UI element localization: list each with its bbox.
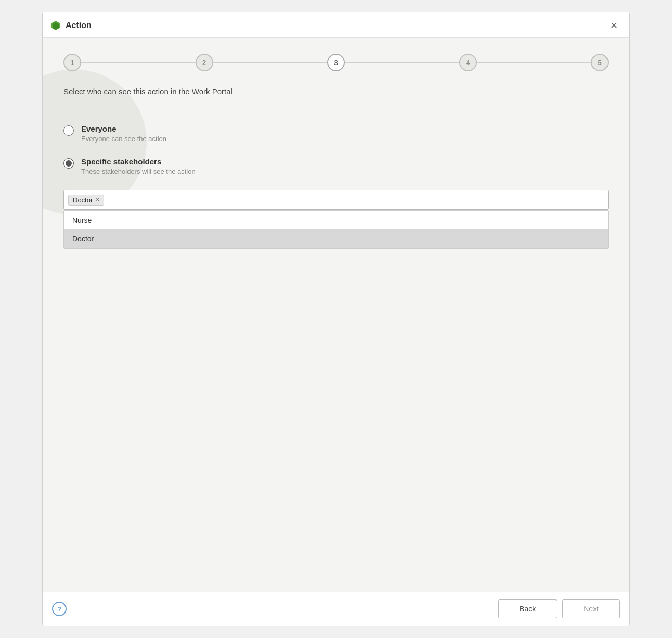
footer-right: Back Next	[498, 599, 620, 618]
step-2: 2	[196, 54, 213, 71]
title-left: Action	[50, 20, 92, 31]
next-button[interactable]: Next	[562, 599, 620, 618]
section-divider	[63, 101, 609, 101]
specific-radio[interactable]	[63, 158, 74, 169]
title-bar: Action ✕	[43, 12, 629, 38]
options-area: Everyone Everyone can see the action Spe…	[43, 109, 629, 249]
main-content: 1 2 3 4 5 Select who can see this action…	[43, 38, 629, 592]
section-title: Select who can see this action in the Wo…	[63, 87, 609, 96]
dialog: Action ✕ 1 2 3 4 5 Select who can see th…	[42, 12, 630, 626]
step-1: 1	[63, 54, 81, 71]
tag-label: Doctor	[73, 196, 93, 204]
everyone-option: Everyone Everyone can see the action	[63, 124, 609, 143]
footer-left: ?	[52, 602, 67, 616]
section-header: Select who can see this action in the Wo…	[43, 82, 629, 109]
steps-track: 1 2 3 4 5	[63, 54, 609, 71]
stakeholder-search-input[interactable]	[106, 196, 604, 204]
everyone-label-group: Everyone Everyone can see the action	[81, 124, 166, 143]
specific-title: Specific stakeholders	[81, 157, 196, 166]
dropdown-item-nurse[interactable]: Nurse	[64, 211, 608, 229]
app-icon	[50, 20, 61, 31]
step-progress: 1 2 3 4 5	[43, 38, 629, 82]
dialog-title: Action	[66, 21, 92, 30]
everyone-radio[interactable]	[63, 125, 74, 136]
doctor-tag-remove[interactable]: ×	[95, 197, 99, 203]
help-button[interactable]: ?	[52, 602, 67, 616]
everyone-title: Everyone	[81, 124, 166, 133]
close-button[interactable]: ✕	[608, 20, 620, 31]
tag-input-container[interactable]: Doctor ×	[63, 190, 609, 210]
footer: ? Back Next	[43, 592, 629, 626]
back-button[interactable]: Back	[498, 599, 557, 618]
doctor-tag: Doctor ×	[68, 195, 104, 206]
step-5: 5	[591, 54, 609, 71]
dropdown-list: Nurse Doctor	[63, 210, 609, 249]
specific-option: Specific stakeholders These stakeholders…	[63, 157, 609, 175]
step-4: 4	[459, 54, 477, 71]
dropdown-item-doctor[interactable]: Doctor	[64, 229, 608, 248]
everyone-desc: Everyone can see the action	[81, 135, 166, 143]
specific-label-group: Specific stakeholders These stakeholders…	[81, 157, 196, 175]
step-3: 3	[327, 54, 345, 71]
specific-desc: These stakeholders will see the action	[81, 168, 196, 175]
